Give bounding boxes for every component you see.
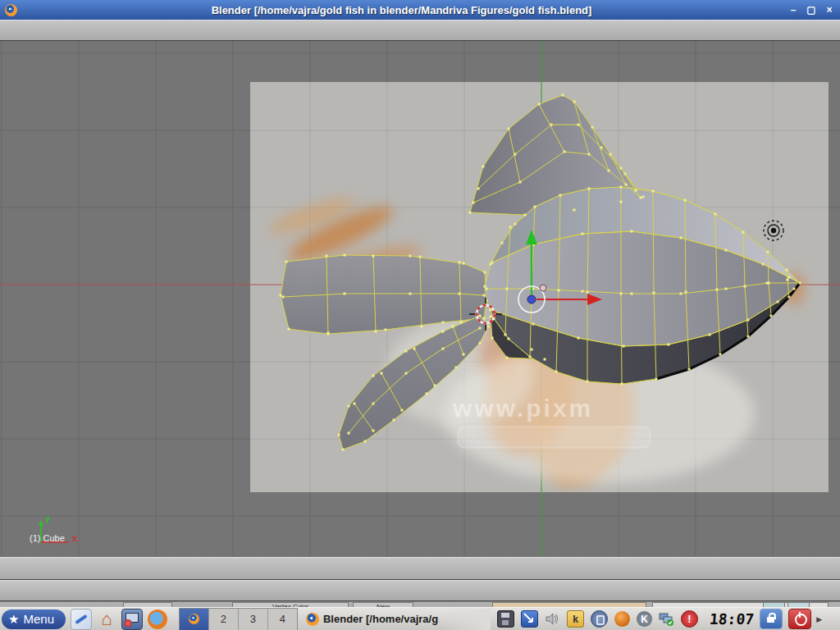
blender-logo-icon — [306, 613, 319, 626]
star-icon: ★ — [8, 612, 19, 627]
screen: { "window": { "title": "Blender [/home/v… — [0, 0, 840, 630]
pen-icon — [75, 614, 87, 623]
workspace-pager[interactable]: 2 3 4 — [179, 608, 298, 630]
title-bar[interactable]: Blender [/home/vajra/gold fish in blende… — [0, 0, 840, 20]
blender-logo-icon — [189, 614, 199, 624]
lock-screen-button[interactable] — [760, 609, 783, 629]
workspace-2[interactable]: 2 — [209, 609, 239, 630]
firefox-icon[interactable] — [148, 609, 167, 629]
network-tray-icon[interactable] — [659, 611, 674, 627]
object-name-label: (1) Cube — [30, 533, 65, 543]
panel-expand-arrow-icon[interactable]: ▶ — [816, 615, 822, 623]
blender-task-button[interactable]: Blender [/home/vajra/g — [306, 609, 491, 630]
task-button-label: Blender [/home/vajra/g — [323, 613, 438, 625]
minimize-button[interactable]: – — [786, 3, 801, 16]
workspace-4[interactable]: 4 — [268, 609, 297, 630]
maximize-button[interactable]: ▢ — [804, 3, 819, 16]
workspace-3[interactable]: 3 — [239, 609, 268, 630]
display-settings-icon[interactable] — [121, 609, 143, 630]
window-title: Blender [/home/vajra/gold fish in blende… — [17, 4, 786, 16]
keyring-tray-icon[interactable] — [591, 610, 608, 628]
alert-tray-icon[interactable]: ! — [681, 610, 698, 628]
power-icon — [795, 614, 807, 626]
top-header-bar: i ▲▼ ▽ File Add Timeline Game Render Hel… — [0, 20, 840, 41]
axis-x-label: x — [72, 533, 78, 543]
orange-app-tray-icon[interactable] — [614, 611, 630, 627]
viewport-canvas[interactable]: www.pixmyx — [0, 41, 840, 557]
screen-resize-tray-icon[interactable] — [521, 610, 538, 628]
blender-window-icon — [5, 4, 17, 16]
klipper-tray-icon[interactable]: k — [567, 610, 584, 628]
taskbar-clock[interactable]: 18:07 — [709, 610, 755, 628]
home-icon[interactable]: ⌂ — [97, 609, 116, 629]
notes-app-icon[interactable] — [71, 609, 92, 630]
buttons-header-bar: ▲▼ ▽ Panels ◀ 1 ▶ — [0, 580, 840, 601]
taskbar: ★ Menu ⌂ 2 3 4 Blender [/home/vajra/g k — [0, 607, 840, 630]
shutdown-button[interactable] — [788, 609, 811, 629]
menu-button[interactable]: ★ Menu — [2, 609, 66, 629]
viewport-header-bar: ▲▼ ▽ View Select Mesh ▲ Edit Mode ▲▼ ▲▼ … — [0, 557, 840, 580]
axis-y-label: y — [45, 514, 51, 523]
close-button[interactable]: × — [822, 3, 837, 16]
object-center-dot — [527, 295, 536, 304]
red-dot-icon — [124, 619, 132, 628]
floppy-tray-icon[interactable] — [497, 610, 514, 628]
median-point-dot — [540, 285, 546, 291]
volume-tray-icon[interactable] — [545, 611, 560, 627]
kde-tray-icon[interactable]: K — [637, 611, 652, 627]
menu-button-label: Menu — [23, 612, 54, 626]
workspace-1-active[interactable] — [180, 609, 209, 630]
photo-watermark: www.pixm — [452, 395, 593, 422]
